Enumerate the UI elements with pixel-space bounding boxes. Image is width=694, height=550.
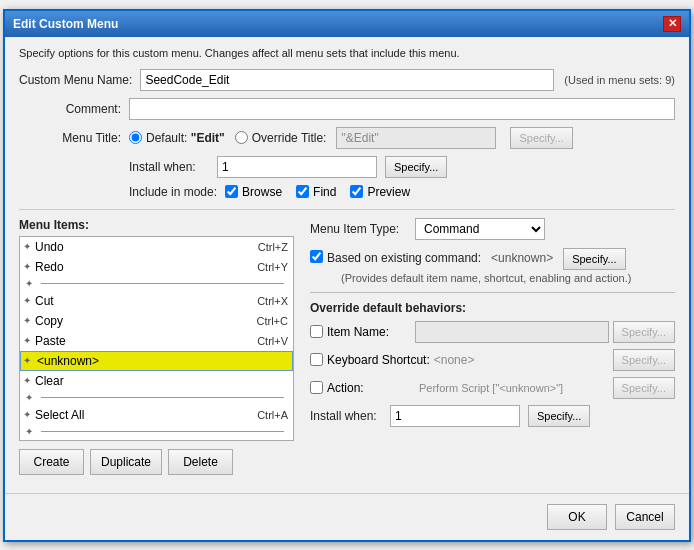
drag-handle-icon: ✦ — [25, 392, 33, 403]
shortcut-checkbox[interactable] — [310, 353, 323, 366]
comment-input[interactable] — [129, 98, 675, 120]
override-radio-label[interactable]: Override Title: — [235, 131, 327, 145]
override-section-label: Override default behaviors: — [310, 301, 675, 315]
include-in-mode-row: Include in mode: Browse Find Preview — [19, 185, 675, 199]
custom-menu-name-label: Custom Menu Name: — [19, 73, 140, 87]
install-specify-button[interactable]: Specify... — [385, 156, 447, 178]
dialog-title: Edit Custom Menu — [13, 17, 118, 31]
create-button[interactable]: Create — [19, 449, 84, 475]
browse-label: Browse — [242, 185, 282, 199]
list-item[interactable]: ✦ Clear — [20, 371, 293, 391]
right-panel: Menu Item Type: Command Based on existin… — [302, 218, 675, 475]
install-when-input[interactable] — [217, 156, 377, 178]
drag-handle-icon: ✦ — [23, 315, 31, 326]
bottom-buttons: OK Cancel — [5, 493, 689, 540]
preview-check-label[interactable]: Preview — [350, 185, 410, 199]
default-radio-label[interactable]: Default: "Edit" — [129, 131, 225, 145]
left-panel: Menu Items: ✦ Undo Ctrl+Z ✦ Redo Ctrl+Y — [19, 218, 294, 475]
include-label: Include in mode: — [129, 185, 217, 199]
action-check-label[interactable]: Action: — [310, 381, 415, 395]
delete-button[interactable]: Delete — [168, 449, 233, 475]
list-item[interactable]: ✦ Undo Ctrl+Z — [20, 237, 293, 257]
menu-items-label: Menu Items: — [19, 218, 294, 232]
drag-handle-icon: ✦ — [23, 241, 31, 252]
custom-menu-name-input[interactable] — [140, 69, 554, 91]
edit-custom-menu-dialog: Edit Custom Menu ✕ Specify options for t… — [3, 9, 691, 542]
list-item-selected[interactable]: ✦ <unknown> — [20, 351, 293, 371]
item-name-check-label[interactable]: Item Name: — [310, 325, 415, 339]
used-in-label: (Used in menu sets: 9) — [564, 74, 675, 86]
action-row: Action: Perform Script ["<unknown>"] Spe… — [310, 377, 675, 399]
preview-checkbox[interactable] — [350, 185, 363, 198]
item-name-label: Item Name: — [327, 325, 389, 339]
include-checkboxes: Browse Find Preview — [225, 185, 410, 199]
list-item[interactable]: ✦ Redo Ctrl+Y — [20, 257, 293, 277]
find-label: Find — [313, 185, 336, 199]
browse-check-label[interactable]: Browse — [225, 185, 282, 199]
override-radio[interactable] — [235, 131, 248, 144]
shortcut-label: Keyboard Shortcut: — [327, 353, 430, 367]
list-item[interactable]: ✦ Paste Ctrl+V — [20, 331, 293, 351]
based-on-text-area: Based on existing command: <unknown> Spe… — [323, 248, 631, 284]
list-item[interactable]: ✦ Copy Ctrl+C — [20, 311, 293, 331]
list-item-separator[interactable]: ✦ — [20, 391, 293, 405]
install-when-row: Install when: Specify... — [19, 156, 675, 178]
divider — [310, 292, 675, 293]
based-on-label: Based on existing command: — [327, 250, 481, 267]
menu-title-label: Menu Title: — [19, 131, 129, 145]
type-label: Menu Item Type: — [310, 222, 415, 236]
item-name-specify-button[interactable]: Specify... — [613, 321, 675, 343]
shortcut-check-label[interactable]: Keyboard Shortcut: — [310, 353, 430, 367]
action-checkbox[interactable] — [310, 381, 323, 394]
install-when-right-input[interactable] — [390, 405, 520, 427]
shortcut-specify-button[interactable]: Specify... — [613, 349, 675, 371]
based-on-hint: (Provides default item name, shortcut, e… — [323, 272, 631, 284]
based-on-value: <unknown> — [491, 250, 553, 267]
menu-title-row: Menu Title: Default: "Edit" Override Tit… — [19, 127, 675, 149]
main-split: Menu Items: ✦ Undo Ctrl+Z ✦ Redo Ctrl+Y — [19, 209, 675, 475]
menu-list[interactable]: ✦ Undo Ctrl+Z ✦ Redo Ctrl+Y ✦ — [19, 236, 294, 441]
ok-button[interactable]: OK — [547, 504, 607, 530]
drag-handle-icon: ✦ — [23, 261, 31, 272]
shortcut-none-text: <none> — [430, 353, 609, 367]
install-when-right-label: Install when: — [310, 409, 390, 423]
action-label: Action: — [327, 381, 364, 395]
default-radio[interactable] — [129, 131, 142, 144]
drag-handle-icon: ✦ — [23, 295, 31, 306]
comment-row: Comment: — [19, 98, 675, 120]
item-name-input[interactable] — [415, 321, 609, 343]
override-title-input[interactable] — [336, 127, 496, 149]
drag-handle-icon: ✦ — [25, 426, 33, 437]
list-item-separator[interactable]: ✦ — [20, 277, 293, 291]
install-when-label: Install when: — [129, 160, 209, 174]
based-on-checkbox[interactable] — [310, 250, 323, 263]
drag-handle-icon: ✦ — [23, 355, 31, 366]
separator-line — [41, 397, 284, 398]
list-item-separator[interactable]: ✦ — [20, 425, 293, 439]
based-check-area: Based on existing command: <unknown> Spe… — [310, 248, 675, 284]
based-on-specify-button[interactable]: Specify... — [563, 248, 625, 270]
comment-label: Comment: — [19, 102, 129, 116]
list-item[interactable]: ✦ Cut Ctrl+X — [20, 291, 293, 311]
list-item[interactable]: ✦ Find/Replace (submenu) — [20, 439, 293, 441]
override-specify-button[interactable]: Specify... — [510, 127, 572, 149]
browse-checkbox[interactable] — [225, 185, 238, 198]
drag-handle-icon: ✦ — [23, 375, 31, 386]
duplicate-button[interactable]: Duplicate — [90, 449, 162, 475]
drag-handle-icon: ✦ — [23, 335, 31, 346]
separator-line — [41, 431, 284, 432]
action-value-text: Perform Script ["<unknown>"] — [415, 382, 609, 394]
close-button[interactable]: ✕ — [663, 16, 681, 32]
type-select[interactable]: Command — [415, 218, 545, 240]
action-specify-button[interactable]: Specify... — [613, 377, 675, 399]
item-name-checkbox[interactable] — [310, 325, 323, 338]
cancel-button[interactable]: Cancel — [615, 504, 675, 530]
list-item[interactable]: ✦ Select All Ctrl+A — [20, 405, 293, 425]
default-radio-text: Default: "Edit" — [146, 131, 225, 145]
custom-menu-name-row: Custom Menu Name: (Used in menu sets: 9) — [19, 69, 675, 91]
find-checkbox[interactable] — [296, 185, 309, 198]
menu-title-options: Default: "Edit" Override Title: Specify.… — [129, 127, 573, 149]
install-when-right-specify-button[interactable]: Specify... — [528, 405, 590, 427]
separator-line — [41, 283, 284, 284]
find-check-label[interactable]: Find — [296, 185, 336, 199]
